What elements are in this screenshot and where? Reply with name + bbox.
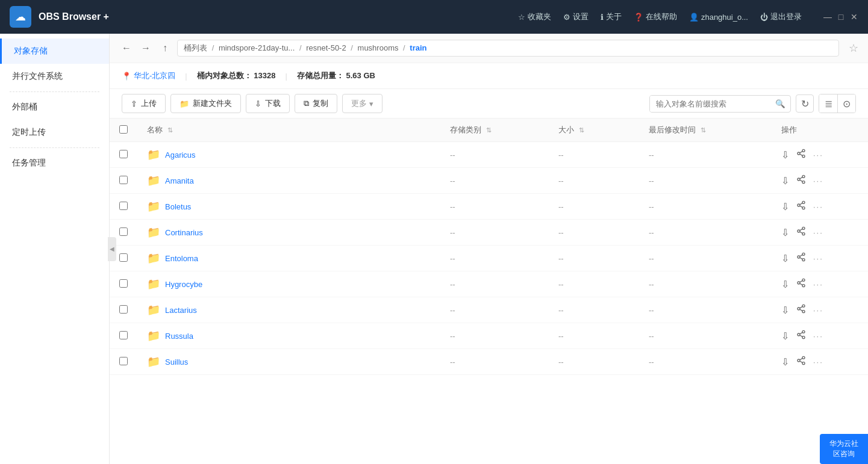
titlebar-right: ☆ 收藏夹 ⚙ 设置 ℹ 关于 ❓ 在线帮助 👤 zhanghui_o... ⏻… [518,11,858,22]
row-checkbox-8[interactable] [119,357,128,365]
crumb-mindspore[interactable]: mindspore-21day-tu... [219,43,295,52]
share-action-icon[interactable] [796,175,806,187]
row-checkbox-5[interactable] [119,279,128,288]
svg-line-4 [800,151,803,153]
grid-view-btn[interactable]: ⊙ [837,94,855,113]
window-controls: — □ ✕ [823,13,858,21]
folder-name[interactable]: Amanita [165,176,194,185]
share-action-icon[interactable] [796,278,806,290]
sidebar-item-0[interactable]: 对象存储 [0,39,109,64]
more-action-btn[interactable]: ··· [813,254,823,263]
crumb-mushrooms[interactable]: mushrooms [358,43,399,52]
row-checkbox-2[interactable] [119,202,128,210]
folder-icon: 📁 [147,174,160,187]
download-action-icon[interactable]: ⇩ [781,149,789,161]
download-action-icon[interactable]: ⇩ [781,279,789,290]
download-action-icon[interactable]: ⇩ [781,227,789,238]
refresh-btn[interactable]: ↻ [796,94,814,113]
more-action-btn[interactable]: ··· [813,332,823,341]
share-action-icon[interactable] [796,200,806,212]
size-sort-icon: ⇅ [579,126,584,134]
download-action-icon[interactable]: ⇩ [781,305,789,316]
more-btn[interactable]: 更多 ▾ [342,94,382,113]
download-action-icon[interactable]: ⇩ [781,253,789,264]
crumb-bucket-list[interactable]: 桶列表 [184,43,207,52]
help-btn[interactable]: ❓ 在线帮助 [634,11,677,22]
row-checkbox-4[interactable] [119,253,128,262]
select-all-checkbox[interactable] [119,125,128,134]
user-menu[interactable]: 👤 zhanghui_o... [689,13,748,22]
row-action-cell: ⇩ ··· [772,271,868,297]
breadcrumb-path[interactable]: 桶列表 / mindspore-21day-tu... / resnet-50-… [177,40,839,57]
folder-name[interactable]: Agaricus [165,150,196,159]
svg-point-2 [802,155,805,158]
folder-name[interactable]: Lactarius [165,306,197,315]
chat-widget[interactable]: 华为云社区咨询 [820,434,868,464]
settings-btn[interactable]: ⚙ 设置 [563,11,589,22]
size-column-header[interactable]: 大小 ⇅ [549,119,639,142]
upload-btn[interactable]: ⇧ 上传 [122,94,166,113]
share-action-icon[interactable] [796,149,806,161]
about-btn[interactable]: ℹ 关于 [601,11,622,22]
more-action-btn[interactable]: ··· [813,280,823,289]
search-btn[interactable]: 🔍 [770,96,790,112]
logout-btn[interactable]: ⏻ 退出登录 [760,11,802,22]
bookmark-icon[interactable]: ☆ [849,42,858,55]
modified-column-header[interactable]: 最后修改时间 ⇅ [639,119,772,142]
row-name-cell: 📁 Cortinarius [137,220,440,246]
sidebar-item-3[interactable]: 定时上传 [0,120,109,145]
storage-column-header[interactable]: 存储类别 ⇅ [440,119,549,142]
sidebar-collapse-btn[interactable]: ◀ [108,237,116,261]
folder-name[interactable]: Boletus [165,202,191,211]
minimize-btn[interactable]: — [823,13,832,21]
share-action-icon[interactable] [796,356,806,368]
new-folder-btn[interactable]: 📁 新建文件夹 [170,94,241,113]
share-action-icon[interactable] [796,304,806,316]
download-action-icon[interactable]: ⇩ [781,201,789,212]
more-action-btn[interactable]: ··· [813,176,823,185]
svg-line-28 [800,283,803,285]
download-action-icon[interactable]: ⇩ [781,330,789,342]
folder-name[interactable]: Cortinarius [165,228,203,237]
row-checkbox-6[interactable] [119,305,128,314]
sidebar-item-1[interactable]: 并行文件系统 [0,64,109,89]
copy-btn[interactable]: ⧉ 复制 [295,94,337,113]
list-view-btn[interactable]: ≣ [819,94,837,113]
maximize-btn[interactable]: □ [837,13,845,21]
search-input[interactable] [650,96,770,112]
star-icon: ☆ [518,13,525,22]
sidebar-item-4[interactable]: 任务管理 [0,150,109,176]
download-action-icon[interactable]: ⇩ [781,356,789,368]
favorites-btn[interactable]: ☆ 收藏夹 [518,11,551,22]
download-btn[interactable]: ⇩ 下载 [246,94,290,113]
close-btn[interactable]: ✕ [850,13,858,21]
share-action-icon[interactable] [796,330,806,342]
row-checkbox-0[interactable] [119,150,128,158]
sidebar-item-2[interactable]: 外部桶 [0,94,109,120]
row-checkbox-1[interactable] [119,176,128,184]
row-checkbox-3[interactable] [119,227,128,236]
share-action-icon[interactable] [796,226,806,238]
row-checkbox-7[interactable] [119,331,128,339]
svg-point-37 [802,336,805,339]
svg-point-6 [798,178,800,181]
svg-point-10 [802,201,805,203]
more-action-btn[interactable]: ··· [813,357,823,367]
folder-name[interactable]: Hygrocybe [165,280,202,289]
share-action-icon[interactable] [796,252,806,264]
name-column-header[interactable]: 名称 ⇅ [137,119,440,142]
folder-name[interactable]: Suillus [165,357,188,367]
more-action-btn[interactable]: ··· [813,306,823,315]
folder-name[interactable]: Entoloma [165,254,198,263]
back-btn[interactable]: ← [119,41,134,55]
search-bar: 🔍 [649,95,791,113]
forward-btn[interactable]: → [139,41,153,55]
row-modified-cell: -- [639,323,772,349]
download-action-icon[interactable]: ⇩ [781,175,789,187]
folder-name[interactable]: Russula [165,332,193,341]
more-action-btn[interactable]: ··· [813,228,823,237]
more-action-btn[interactable]: ··· [813,202,823,211]
up-btn[interactable]: ↑ [158,41,172,55]
crumb-resnet[interactable]: resnet-50-2 [306,43,346,52]
more-action-btn[interactable]: ··· [813,150,823,159]
